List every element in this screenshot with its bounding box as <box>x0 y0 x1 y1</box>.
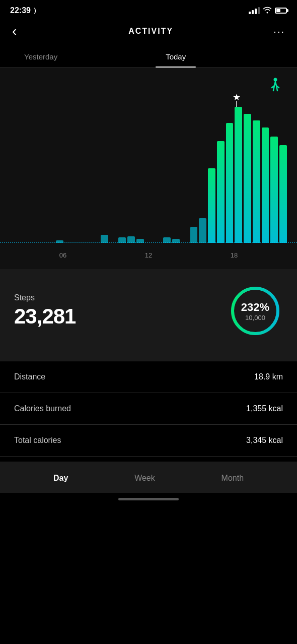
metrics-container: Distance18.9 kmCalories burned1,355 kcal… <box>0 361 297 457</box>
chart-bar <box>253 120 260 243</box>
steps-value: 23,281 <box>14 304 76 329</box>
metric-label: Calories burned <box>14 404 71 413</box>
metric-row: Total calories3,345 kcal <box>0 425 297 457</box>
page-title: ACTIVITY <box>128 27 173 36</box>
steps-info: Steps 23,281 <box>14 293 76 329</box>
circle-progress: 232% 10,000 <box>228 283 283 339</box>
tab-bar: Yesterday Today <box>0 47 297 68</box>
battery-icon <box>275 8 287 14</box>
circle-percent: 232% <box>241 301 269 313</box>
metric-row: Distance18.9 km <box>0 361 297 393</box>
circle-text: 232% 10,000 <box>241 301 269 321</box>
bottom-nav-item-day[interactable]: Day <box>47 472 74 485</box>
bottom-nav: DayWeekMonth <box>0 462 297 493</box>
stats-section: Steps 23,281 232% 10,000 <box>0 269 297 361</box>
metric-value: 3,345 kcal <box>246 436 283 445</box>
chart-bar <box>270 137 278 243</box>
chart-bar <box>262 127 269 243</box>
svg-point-0 <box>274 78 277 82</box>
wifi-icon <box>263 7 272 15</box>
x-label-06: 06 <box>59 251 66 259</box>
circle-goal: 10,000 <box>241 314 269 321</box>
status-bar: 22:39 ⟩ <box>0 0 297 18</box>
bottom-nav-item-week[interactable]: Week <box>128 472 161 485</box>
signal-bars <box>249 7 260 14</box>
bottom-nav-item-month[interactable]: Month <box>215 472 250 485</box>
location-icon: ⟩ <box>34 7 36 15</box>
chart-bar <box>279 145 287 243</box>
chart-bar <box>226 123 234 243</box>
chart-bar <box>208 168 215 243</box>
metric-value: 1,355 kcal <box>246 404 283 413</box>
header: ‹ ACTIVITY ··· <box>0 18 297 47</box>
x-label-12: 12 <box>145 251 152 259</box>
tab-today[interactable]: Today <box>125 47 227 67</box>
chart-bar <box>199 218 206 243</box>
steps-row: Steps 23,281 232% 10,000 <box>14 283 283 339</box>
chart-bar <box>190 227 198 243</box>
metric-value: 18.9 km <box>254 372 283 381</box>
tab-yesterday[interactable]: Yesterday <box>20 47 125 67</box>
bars-area <box>20 92 287 243</box>
metric-label: Total calories <box>14 436 61 445</box>
metric-label: Distance <box>14 372 45 381</box>
menu-button[interactable]: ··· <box>273 26 285 37</box>
tab-next[interactable] <box>227 52 277 63</box>
chart-bar <box>217 141 225 243</box>
home-bar <box>118 498 179 500</box>
baseline <box>0 242 297 243</box>
back-button[interactable]: ‹ <box>12 23 28 39</box>
home-indicator <box>0 493 297 509</box>
steps-label: Steps <box>14 293 76 302</box>
x-label-18: 18 <box>231 251 238 259</box>
chart-container: ★ 06 12 18 <box>0 68 297 269</box>
status-time: 22:39 <box>10 6 31 15</box>
status-icons <box>249 7 287 15</box>
chart-bar <box>235 107 242 243</box>
x-axis-labels: 06 12 18 <box>0 251 297 259</box>
metric-row: Calories burned1,355 kcal <box>0 393 297 425</box>
chart-bar <box>244 114 251 243</box>
